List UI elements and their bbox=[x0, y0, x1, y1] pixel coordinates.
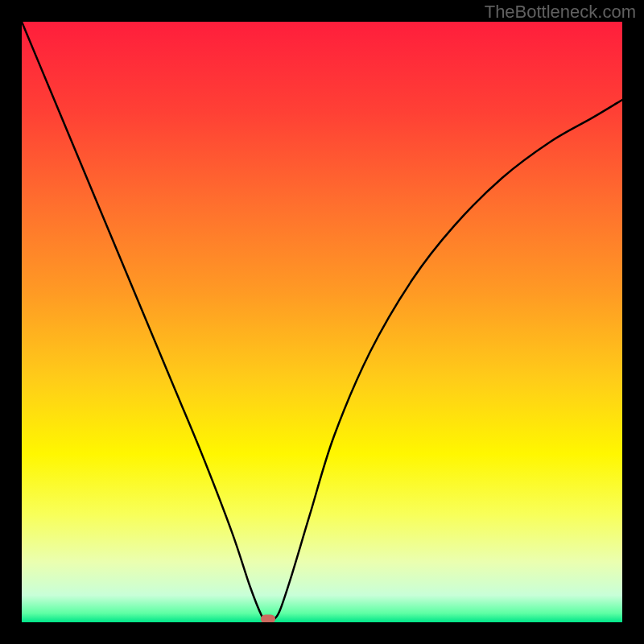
chart-plot-area bbox=[22, 22, 622, 622]
chart-marker bbox=[261, 615, 275, 622]
attribution-text: TheBottleneck.com bbox=[485, 2, 636, 23]
chart-curve bbox=[22, 22, 622, 622]
